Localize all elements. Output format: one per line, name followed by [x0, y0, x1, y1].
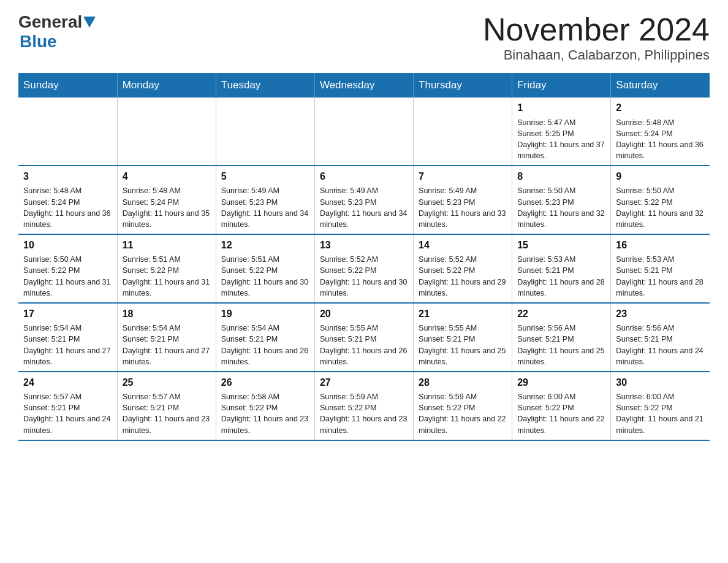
- calendar-week-4: 17Sunrise: 5:54 AMSunset: 5:21 PMDayligh…: [18, 303, 710, 372]
- day-info: Sunrise: 5:48 AMSunset: 5:24 PMDaylight:…: [23, 185, 112, 230]
- day-number: 25: [123, 376, 211, 389]
- calendar-header: SundayMondayTuesdayWednesdayThursdayFrid…: [18, 73, 710, 98]
- day-number: 21: [419, 307, 507, 321]
- weekday-header-sunday: Sunday: [18, 73, 117, 98]
- day-info: Sunrise: 5:49 AMSunset: 5:23 PMDaylight:…: [221, 185, 309, 230]
- page-title: November 2024: [483, 12, 710, 47]
- calendar-cell: 14Sunrise: 5:52 AMSunset: 5:22 PMDayligh…: [414, 234, 512, 303]
- day-number: 12: [221, 239, 309, 252]
- calendar-cell: 16Sunrise: 5:53 AMSunset: 5:21 PMDayligh…: [611, 234, 710, 303]
- day-number: 7: [419, 170, 507, 183]
- page-subtitle: Binahaan, Calabarzon, Philippines: [483, 47, 710, 63]
- calendar-week-5: 24Sunrise: 5:57 AMSunset: 5:21 PMDayligh…: [18, 372, 710, 440]
- day-number: 16: [616, 239, 705, 252]
- day-number: 28: [419, 376, 507, 389]
- day-info: Sunrise: 5:48 AMSunset: 5:24 PMDaylight:…: [123, 185, 211, 230]
- day-number: 11: [123, 239, 211, 252]
- day-number: 14: [419, 239, 507, 252]
- day-number: 19: [221, 307, 309, 321]
- weekday-header-monday: Monday: [117, 73, 216, 98]
- calendar-cell: 4Sunrise: 5:48 AMSunset: 5:24 PMDaylight…: [117, 166, 216, 234]
- weekday-header-friday: Friday: [512, 73, 611, 98]
- day-info: Sunrise: 6:00 AMSunset: 5:22 PMDaylight:…: [517, 391, 605, 436]
- calendar-cell: 22Sunrise: 5:56 AMSunset: 5:21 PMDayligh…: [512, 303, 611, 372]
- weekday-header-tuesday: Tuesday: [216, 73, 314, 98]
- calendar-week-3: 10Sunrise: 5:50 AMSunset: 5:22 PMDayligh…: [18, 234, 710, 303]
- logo-general-word: General: [18, 12, 82, 32]
- logo-line2: Blue: [20, 32, 57, 52]
- day-number: 9: [616, 170, 705, 183]
- calendar-cell: 1Sunrise: 5:47 AMSunset: 5:25 PMDaylight…: [512, 98, 611, 166]
- day-info: Sunrise: 5:55 AMSunset: 5:21 PMDaylight:…: [419, 323, 507, 367]
- calendar-cell: 26Sunrise: 5:58 AMSunset: 5:22 PMDayligh…: [216, 372, 314, 440]
- day-info: Sunrise: 6:00 AMSunset: 5:22 PMDaylight:…: [616, 391, 705, 436]
- day-info: Sunrise: 5:59 AMSunset: 5:22 PMDaylight:…: [320, 391, 408, 436]
- day-info: Sunrise: 5:49 AMSunset: 5:23 PMDaylight:…: [320, 185, 408, 230]
- day-info: Sunrise: 5:59 AMSunset: 5:22 PMDaylight:…: [419, 391, 507, 436]
- day-info: Sunrise: 5:47 AMSunset: 5:25 PMDaylight:…: [517, 117, 605, 162]
- day-number: 23: [616, 307, 705, 321]
- calendar-cell: 20Sunrise: 5:55 AMSunset: 5:21 PMDayligh…: [314, 303, 413, 372]
- logo-general-text: General: [18, 12, 97, 32]
- day-number: 13: [320, 239, 408, 252]
- day-number: 29: [517, 376, 605, 389]
- calendar-cell: 29Sunrise: 6:00 AMSunset: 5:22 PMDayligh…: [512, 372, 611, 440]
- calendar-week-2: 3Sunrise: 5:48 AMSunset: 5:24 PMDaylight…: [18, 166, 710, 234]
- day-info: Sunrise: 5:54 AMSunset: 5:21 PMDaylight:…: [23, 323, 112, 367]
- day-info: Sunrise: 5:55 AMSunset: 5:21 PMDaylight:…: [320, 323, 408, 367]
- calendar-week-1: 1Sunrise: 5:47 AMSunset: 5:25 PMDaylight…: [18, 98, 710, 166]
- calendar-cell: 15Sunrise: 5:53 AMSunset: 5:21 PMDayligh…: [512, 234, 611, 303]
- calendar-cell: 3Sunrise: 5:48 AMSunset: 5:24 PMDaylight…: [18, 166, 117, 234]
- calendar-cell: 13Sunrise: 5:52 AMSunset: 5:22 PMDayligh…: [314, 234, 413, 303]
- day-number: 6: [320, 170, 408, 183]
- day-info: Sunrise: 5:48 AMSunset: 5:24 PMDaylight:…: [616, 117, 705, 162]
- page-header: General Blue November 2024 Binahaan, Cal…: [18, 12, 710, 63]
- day-info: Sunrise: 5:50 AMSunset: 5:22 PMDaylight:…: [23, 254, 112, 299]
- calendar-cell: 24Sunrise: 5:57 AMSunset: 5:21 PMDayligh…: [18, 372, 117, 440]
- day-info: Sunrise: 5:56 AMSunset: 5:21 PMDaylight:…: [616, 323, 705, 367]
- calendar-cell: [314, 98, 413, 166]
- day-number: 27: [320, 376, 408, 389]
- logo-blue-word: Blue: [20, 32, 57, 52]
- day-info: Sunrise: 5:50 AMSunset: 5:23 PMDaylight:…: [517, 185, 605, 230]
- day-info: Sunrise: 5:57 AMSunset: 5:21 PMDaylight:…: [123, 391, 211, 436]
- day-info: Sunrise: 5:57 AMSunset: 5:21 PMDaylight:…: [23, 391, 112, 436]
- calendar-cell: 7Sunrise: 5:49 AMSunset: 5:23 PMDaylight…: [414, 166, 512, 234]
- day-number: 8: [517, 170, 605, 183]
- calendar-cell: 6Sunrise: 5:49 AMSunset: 5:23 PMDaylight…: [314, 166, 413, 234]
- calendar-cell: 28Sunrise: 5:59 AMSunset: 5:22 PMDayligh…: [414, 372, 512, 440]
- calendar-table: SundayMondayTuesdayWednesdayThursdayFrid…: [18, 73, 710, 440]
- calendar-cell: 17Sunrise: 5:54 AMSunset: 5:21 PMDayligh…: [18, 303, 117, 372]
- calendar-cell: 11Sunrise: 5:51 AMSunset: 5:22 PMDayligh…: [117, 234, 216, 303]
- title-section: November 2024 Binahaan, Calabarzon, Phil…: [483, 12, 710, 63]
- calendar-cell: 19Sunrise: 5:54 AMSunset: 5:21 PMDayligh…: [216, 303, 314, 372]
- weekday-header-wednesday: Wednesday: [314, 73, 413, 98]
- calendar-cell: 18Sunrise: 5:54 AMSunset: 5:21 PMDayligh…: [117, 303, 216, 372]
- calendar-cell: 12Sunrise: 5:51 AMSunset: 5:22 PMDayligh…: [216, 234, 314, 303]
- day-info: Sunrise: 5:52 AMSunset: 5:22 PMDaylight:…: [419, 254, 507, 299]
- day-number: 2: [616, 101, 705, 115]
- day-number: 22: [517, 307, 605, 321]
- calendar-cell: 5Sunrise: 5:49 AMSunset: 5:23 PMDaylight…: [216, 166, 314, 234]
- day-number: 17: [23, 307, 112, 321]
- day-number: 3: [23, 170, 112, 183]
- calendar-cell: [117, 98, 216, 166]
- calendar-cell: 27Sunrise: 5:59 AMSunset: 5:22 PMDayligh…: [314, 372, 413, 440]
- day-number: 4: [123, 170, 211, 183]
- day-number: 20: [320, 307, 408, 321]
- day-info: Sunrise: 5:56 AMSunset: 5:21 PMDaylight:…: [517, 323, 605, 367]
- calendar-cell: 23Sunrise: 5:56 AMSunset: 5:21 PMDayligh…: [611, 303, 710, 372]
- calendar-cell: 10Sunrise: 5:50 AMSunset: 5:22 PMDayligh…: [18, 234, 117, 303]
- day-number: 15: [517, 239, 605, 252]
- day-info: Sunrise: 5:51 AMSunset: 5:22 PMDaylight:…: [123, 254, 211, 299]
- weekday-header-saturday: Saturday: [611, 73, 710, 98]
- day-number: 24: [23, 376, 112, 389]
- calendar-cell: 25Sunrise: 5:57 AMSunset: 5:21 PMDayligh…: [117, 372, 216, 440]
- day-info: Sunrise: 5:50 AMSunset: 5:22 PMDaylight:…: [616, 185, 705, 230]
- day-number: 10: [23, 239, 112, 252]
- day-number: 1: [517, 101, 605, 115]
- calendar-cell: 9Sunrise: 5:50 AMSunset: 5:22 PMDaylight…: [611, 166, 710, 234]
- logo: General Blue: [18, 12, 97, 52]
- day-info: Sunrise: 5:54 AMSunset: 5:21 PMDaylight:…: [123, 323, 211, 367]
- day-info: Sunrise: 5:53 AMSunset: 5:21 PMDaylight:…: [616, 254, 705, 299]
